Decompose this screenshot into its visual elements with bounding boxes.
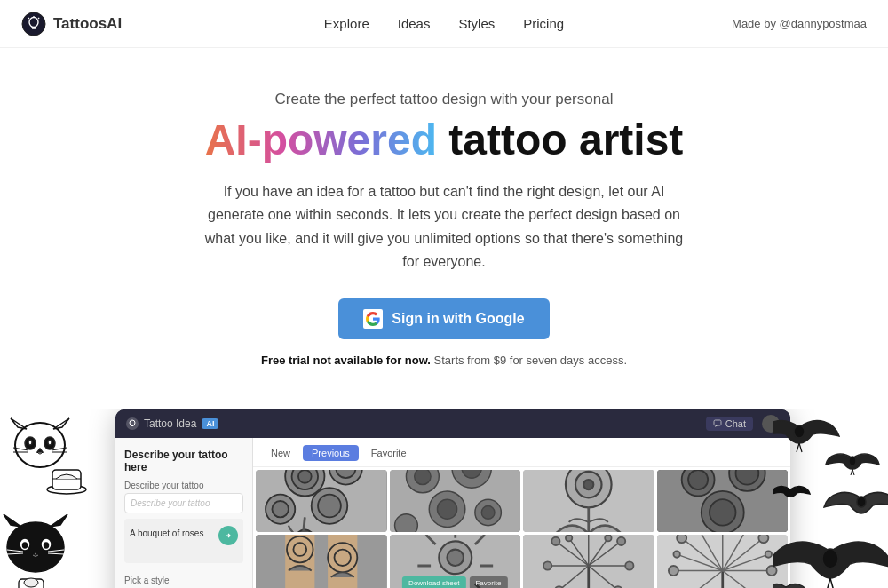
svg-line-6	[38, 17, 39, 18]
svg-point-82	[710, 500, 736, 527]
svg-point-108	[551, 537, 559, 545]
hero-subtitle: Create the perfect tattoo design with yo…	[18, 91, 870, 108]
svg-line-41	[851, 469, 852, 475]
svg-point-64	[414, 470, 430, 485]
svg-point-122	[605, 535, 611, 541]
svg-point-40	[849, 457, 856, 465]
sidebar-title: Describe your tattoo here	[124, 449, 243, 473]
svg-line-45	[826, 578, 830, 588]
svg-line-39	[799, 443, 802, 452]
svg-line-42	[852, 469, 854, 475]
svg-point-59	[272, 501, 288, 517]
right-decorative-art	[773, 409, 888, 588]
left-decorative-art	[0, 409, 124, 588]
ai-powered-text: AI-powered	[205, 116, 437, 163]
nav-links: Explore Ideas Styles Pricing	[324, 16, 564, 31]
nav-ideas[interactable]: Ideas	[398, 16, 431, 31]
svg-point-110	[617, 537, 625, 545]
generate-button[interactable]	[218, 526, 238, 545]
svg-marker-23	[4, 514, 21, 527]
google-btn-label: Sign in with Google	[392, 311, 524, 327]
style-section: Pick a style Old school	[124, 576, 243, 588]
style-label: Pick a style	[124, 576, 243, 585]
svg-rect-50	[714, 420, 721, 425]
app-mockup: Tattoo Idea AI Chat Describe your tattoo…	[115, 409, 790, 588]
download-button[interactable]: Download sheet	[402, 576, 465, 588]
app-title-text: Tattoo Idea	[144, 417, 196, 430]
svg-point-43	[857, 497, 866, 507]
app-tabs: New Previous Favorite	[253, 438, 790, 467]
svg-rect-2	[32, 27, 36, 28]
svg-point-146	[765, 552, 771, 558]
svg-point-12	[28, 440, 32, 445]
image-action-overlay: Download sheet Favorite	[402, 576, 507, 588]
svg-point-92	[447, 550, 463, 566]
svg-point-130	[758, 535, 768, 543]
nav-explore[interactable]: Explore	[324, 16, 369, 31]
app-titlebar: Tattoo Idea AI Chat	[115, 409, 790, 438]
svg-point-44	[822, 549, 838, 568]
svg-point-78	[688, 470, 708, 489]
svg-point-0	[22, 12, 45, 36]
tattoo-image-3	[523, 470, 654, 532]
tattoo-image-5	[256, 535, 387, 588]
svg-point-13	[48, 440, 52, 445]
generate-icon	[223, 530, 234, 541]
svg-point-144	[673, 552, 679, 558]
describe-label: Describe your tattoo	[124, 481, 243, 490]
google-icon	[363, 309, 383, 329]
svg-point-47	[126, 417, 139, 430]
svg-point-75	[583, 480, 593, 489]
hero-title: AI-powered tattoo artist	[18, 117, 870, 164]
svg-point-112	[543, 562, 551, 570]
svg-marker-8	[11, 418, 27, 429]
tattoo-image-1	[256, 470, 387, 532]
app-body: Describe your tattoo here Describe your …	[115, 438, 790, 588]
hero-description: If you have an idea for a tattoo but can…	[204, 180, 684, 274]
tab-favorite[interactable]: Favorite	[362, 445, 416, 461]
app-chat-button[interactable]: Chat	[706, 417, 753, 431]
made-by: Made by @dannypostmaa	[732, 17, 867, 30]
input-value: A bouquet of roses	[130, 528, 203, 538]
svg-rect-49	[131, 425, 134, 426]
svg-point-55	[298, 470, 312, 483]
google-signin-button[interactable]: Sign in with Google	[338, 298, 549, 339]
svg-point-80	[735, 470, 758, 485]
svg-point-22	[7, 522, 64, 572]
image-grid: Download sheet Favorite	[253, 467, 790, 588]
svg-point-70	[481, 506, 495, 520]
svg-line-46	[830, 578, 835, 588]
chat-icon	[713, 419, 722, 428]
svg-point-68	[437, 500, 456, 520]
svg-point-71	[394, 514, 417, 532]
app-ai-badge: AI	[202, 418, 218, 429]
svg-point-36	[24, 578, 38, 587]
tattoo-image-8	[657, 535, 789, 588]
logo-text: TattoosAI	[53, 15, 122, 33]
svg-point-61	[318, 495, 341, 518]
app-main-content: New Previous Favorite	[253, 438, 790, 588]
app-title-left: Tattoo Idea AI	[126, 417, 218, 430]
svg-point-37	[794, 425, 805, 438]
nav-styles[interactable]: Styles	[458, 16, 495, 31]
favorite-button[interactable]: Favorite	[469, 576, 507, 588]
nav-pricing[interactable]: Pricing	[523, 16, 564, 31]
svg-point-28	[44, 543, 49, 548]
app-logo-icon	[126, 417, 139, 430]
tab-new[interactable]: New	[262, 445, 299, 461]
svg-line-5	[28, 17, 29, 18]
app-sidebar: Describe your tattoo here Describe your …	[115, 438, 253, 588]
svg-marker-24	[50, 514, 67, 527]
tattoo-image-2	[390, 470, 521, 532]
logo-icon	[21, 12, 46, 36]
tab-previous[interactable]: Previous	[303, 445, 359, 461]
svg-point-128	[677, 535, 686, 543]
logo[interactable]: TattoosAI	[21, 12, 122, 36]
tattoo-image-7	[523, 535, 654, 588]
svg-rect-83	[256, 535, 387, 588]
svg-marker-9	[53, 418, 69, 429]
describe-placeholder: Describe your tattoo	[124, 493, 243, 513]
svg-rect-3	[32, 28, 36, 28]
tattoo-artist-text: tattoo artist	[437, 116, 683, 163]
navbar: TattoosAI Explore Ideas Styles Pricing M…	[0, 0, 888, 48]
